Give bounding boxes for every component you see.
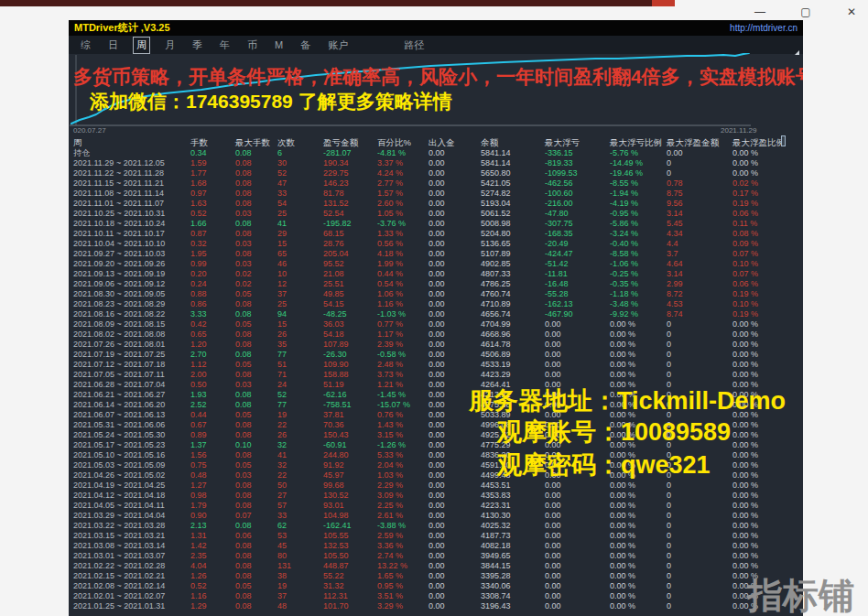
table-row[interactable]: 2021.11.15 ~ 2021.11.211.680.0847146.232… (69, 178, 803, 189)
cell-value: 3.37 % (377, 158, 429, 168)
cell-period: 2021.06.21 ~ 2021.06.27 (73, 390, 190, 400)
table-row[interactable]: 2021.10.04 ~ 2021.10.100.320.031528.760.… (69, 239, 803, 249)
overlay-server-address: 服务器地址：Tickmill-Demo (469, 384, 786, 417)
table-row[interactable]: 2021.07.12 ~ 2021.07.181.120.0551109.902… (69, 360, 803, 370)
cell-value: 1.21 % (377, 380, 429, 390)
mtdriver-app-window: MTDriver统计 ,V3.25 http://mtdriver.cn 综日周… (69, 20, 803, 616)
cell-value: 0.54 % (377, 279, 429, 289)
cell-value: 0.08 (235, 571, 277, 581)
cell-value: 4353.83 (481, 491, 545, 501)
cell-value: 1.37 (190, 440, 235, 450)
cell-value: 0.24 (190, 279, 235, 289)
cell-value: 5008.98 (481, 219, 545, 229)
scrollbar-thumb[interactable] (781, 135, 786, 146)
cell-value: 9.56 (667, 199, 732, 209)
table-row[interactable]: 2021.04.05 ~ 2021.04.111.790.085793.012.… (69, 501, 803, 511)
table-row[interactable]: 2021.01.25 ~ 2021.01.311.290.0848101.703… (69, 601, 803, 611)
table-row[interactable]: 2021.11.08 ~ 2021.11.140.970.083381.781.… (69, 189, 803, 199)
cell-value: 0.00 (429, 309, 481, 319)
menu-item-备[interactable]: 备 (298, 38, 313, 53)
cell-value: 2.77 % (377, 178, 429, 189)
menu-item-综[interactable]: 综 (78, 38, 93, 53)
table-row[interactable]: 2021.07.05 ~ 2021.07.112.000.0871158.883… (69, 370, 803, 380)
cell-value: 57 (277, 501, 323, 511)
cell-value: 13.22 % (377, 561, 429, 571)
maximize-button[interactable]: ▢ (793, 4, 819, 20)
cell-value: 0.00 (429, 199, 481, 209)
menu-item-周[interactable]: 周 (133, 37, 150, 54)
table-row[interactable]: 2021.11.01 ~ 2021.11.071.630.0854131.522… (69, 199, 803, 209)
table-row[interactable]: 2021.10.25 ~ 2021.10.310.520.032552.541.… (69, 209, 803, 219)
cell-value: 37 (277, 591, 323, 601)
cell-value: 0.00 % (610, 340, 667, 350)
table-row[interactable]: 2021.09.13 ~ 2021.09.190.200.021021.080.… (69, 269, 803, 279)
table-row[interactable]: 2021.10.11 ~ 2021.10.170.870.082968.151.… (69, 229, 803, 239)
table-row[interactable]: 2021.08.30 ~ 2021.09.050.880.053749.851.… (69, 289, 803, 299)
cell-value: 0.00 (429, 491, 481, 501)
background-window-strip (0, 0, 652, 6)
table-row[interactable]: 2021.09.06 ~ 2021.09.120.240.021225.510.… (69, 279, 803, 289)
table-row[interactable]: 2021.07.26 ~ 2021.08.011.200.0835107.892… (69, 340, 803, 350)
close-button[interactable]: ✕ (839, 4, 864, 20)
cell-value: 0.56 % (377, 239, 429, 249)
menu-item-账户[interactable]: 账户 (325, 38, 351, 53)
table-row[interactable]: 2021.11.22 ~ 2021.11.281.770.0852229.754… (69, 168, 803, 178)
table-row[interactable]: 2021.08.16 ~ 2021.08.223.330.0894-48.25-… (69, 309, 803, 319)
cell-value: -1.45 % (377, 390, 429, 400)
cell-value: 54.18 (323, 330, 377, 340)
minimize-button[interactable]: — (747, 4, 773, 20)
cell-value: 0.52 (190, 581, 235, 591)
table-row[interactable]: 2021.08.02 ~ 2021.08.080.650.082654.181.… (69, 330, 803, 340)
cell-value: 0.00 (429, 289, 481, 299)
table-row[interactable]: 2021.02.15 ~ 2021.02.211.260.083855.221.… (69, 571, 803, 581)
table-row[interactable]: 持仓0.340.086-281.07-4.81 %0.005841.14-336… (69, 148, 803, 158)
table-row[interactable]: 2021.10.18 ~ 2021.10.241.660.0841-195.82… (69, 219, 803, 229)
cell-period: 持仓 (73, 148, 190, 158)
app-url-link[interactable]: http://mtdriver.cn (730, 23, 797, 33)
table-row[interactable]: 2021.03.15 ~ 2021.03.211.310.0653105.552… (69, 531, 803, 541)
menu-item-季[interactable]: 季 (190, 38, 205, 53)
cell-value: 0.08 (235, 178, 277, 189)
cell-value: 0 (667, 350, 732, 360)
menu-item-M[interactable]: M (272, 38, 286, 51)
menu-item-月[interactable]: 月 (162, 38, 178, 53)
table-row[interactable]: 2021.03.01 ~ 2021.03.072.350.0880105.502… (69, 551, 803, 561)
table-row[interactable]: 2021.02.22 ~ 2021.02.284.040.08131448.87… (69, 561, 803, 571)
table-row[interactable]: 2021.07.19 ~ 2021.07.252.700.0877-26.30-… (69, 350, 803, 360)
cell-value: 0.00 (429, 551, 481, 561)
cell-value: 0.00 % (732, 491, 803, 501)
table-row[interactable]: 2021.03.08 ~ 2021.03.141.420.0845132.533… (69, 541, 803, 551)
menu-item-年[interactable]: 年 (217, 38, 233, 53)
table-row[interactable]: 2021.08.09 ~ 2021.08.150.420.051536.030.… (69, 319, 803, 330)
table-row[interactable]: 2021.04.19 ~ 2021.04.251.270.085099.682.… (69, 481, 803, 491)
table-row[interactable]: 2021.08.23 ~ 2021.08.290.860.082554.151.… (69, 299, 803, 309)
menu-item-币[interactable]: 币 (244, 38, 260, 53)
cell-value: 32 (277, 440, 323, 450)
table-row[interactable]: 2021.11.29 ~ 2021.12.051.590.0830190.343… (69, 158, 803, 168)
promo-text-line1: 多货币策略，开单条件严格，准确率高，风险小，一年时间盈利翻4倍多，实盘模拟账号同… (73, 64, 803, 90)
cell-value: 0.00 % (732, 531, 803, 541)
cell-value: 0.00 % (732, 460, 803, 470)
menu-item-path[interactable]: 路径 (401, 38, 427, 53)
cell-value: 22 (277, 470, 323, 481)
cell-value: 5841.14 (481, 148, 545, 158)
table-row[interactable]: 2021.09.20 ~ 2021.09.260.990.034695.521.… (69, 259, 803, 269)
cell-value: 3.51 % (377, 591, 429, 601)
cell-value: 30 (277, 158, 323, 168)
cell-value: 1.16 (190, 591, 235, 601)
cell-value: 0.00 (545, 319, 610, 330)
column-header: 出入金 (429, 137, 481, 148)
cell-value: 0.00 % (732, 370, 803, 380)
menu-item-日[interactable]: 日 (105, 38, 121, 53)
table-row[interactable]: 2021.04.12 ~ 2021.04.180.980.0827130.523… (69, 491, 803, 501)
cell-value: 3308.74 (481, 591, 545, 601)
table-row[interactable]: 2021.03.29 ~ 2021.04.040.900.0733104.982… (69, 511, 803, 521)
cell-value: 0.00 (429, 581, 481, 591)
cell-value: 3.33 (190, 309, 235, 319)
table-row[interactable]: 2021.02.08 ~ 2021.02.140.520.051931.320.… (69, 581, 803, 591)
cell-value: 0.98 (190, 491, 235, 501)
table-row[interactable]: 2021.09.27 ~ 2021.10.031.950.0865205.044… (69, 249, 803, 259)
table-row[interactable]: 2021.03.22 ~ 2021.03.282.130.0862-162.41… (69, 521, 803, 531)
cell-value: 31.32 (323, 581, 377, 591)
table-row[interactable]: 2021.02.01 ~ 2021.02.071.160.0837112.313… (69, 591, 803, 601)
